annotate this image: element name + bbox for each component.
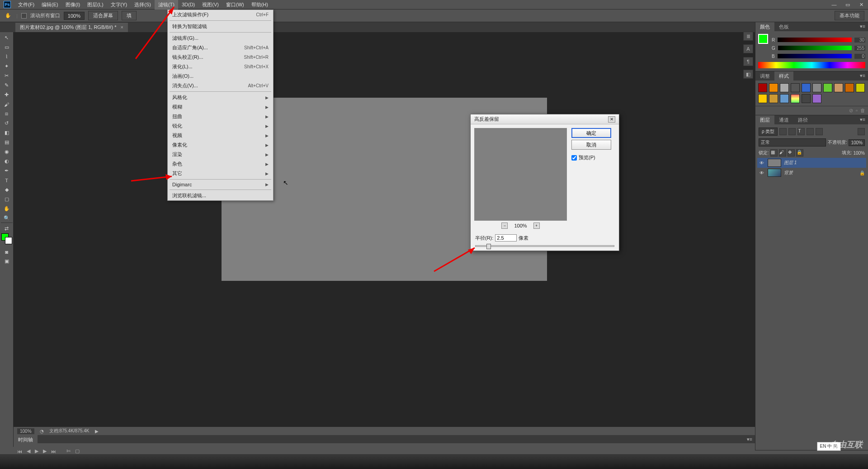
tab-layers[interactable]: 图层 xyxy=(755,115,774,124)
style-swatch[interactable] xyxy=(812,83,821,92)
style-swatch[interactable] xyxy=(812,94,821,103)
dialog-preview[interactable] xyxy=(474,128,567,221)
menu-select[interactable]: 选择(S) xyxy=(131,0,155,9)
menu-window[interactable]: 窗口(W) xyxy=(222,0,248,9)
ok-button[interactable]: 确定 xyxy=(571,128,611,138)
opacity-field[interactable]: 100% xyxy=(849,139,865,146)
filter-shape-icon[interactable] xyxy=(807,128,814,135)
fit-screen-button[interactable]: 适合屏幕 xyxy=(88,11,118,20)
menu-browse-online[interactable]: 浏览联机滤镜... xyxy=(168,191,273,200)
menu-pixelate[interactable]: 像素化▶ xyxy=(168,140,273,150)
menu-view[interactable]: 视图(V) xyxy=(198,0,222,9)
doc-info-arrow-icon[interactable]: ▶ xyxy=(95,429,99,434)
panel-menu-icon[interactable]: ▾≡ xyxy=(857,115,868,124)
status-zoom[interactable]: 100% xyxy=(17,428,34,434)
brush-tool-icon[interactable]: 🖌 xyxy=(1,99,13,109)
r-slider[interactable] xyxy=(778,38,852,42)
style-swatch[interactable] xyxy=(758,83,767,92)
menu-convert-smart[interactable]: 转换为智能滤镜 xyxy=(168,22,273,31)
tab-channels[interactable]: 通道 xyxy=(774,115,793,124)
menu-help[interactable]: 帮助(H) xyxy=(248,0,272,9)
background-swatch[interactable] xyxy=(5,237,12,244)
visibility-icon[interactable]: 👁 xyxy=(759,161,765,166)
b-slider[interactable] xyxy=(778,54,852,58)
dodge-tool-icon[interactable]: ◐ xyxy=(1,156,13,166)
style-swatch[interactable] xyxy=(834,83,843,92)
menu-file[interactable]: 文件(F) xyxy=(14,0,38,9)
swap-colors-icon[interactable]: ⇄ xyxy=(1,224,13,233)
screenmode-icon[interactable]: ▣ xyxy=(1,256,13,266)
window-minimize-icon[interactable]: — xyxy=(827,0,841,9)
props-panel-icon[interactable]: ◧ xyxy=(743,70,753,79)
menu-image[interactable]: 图像(I) xyxy=(62,0,84,9)
zoom-in-button[interactable]: + xyxy=(533,223,540,229)
zoom-combo[interactable]: 100% xyxy=(64,12,85,20)
style-swatch[interactable] xyxy=(769,94,778,103)
tab-styles[interactable]: 样式 xyxy=(774,71,793,81)
panel-menu-icon[interactable]: ▾≡ xyxy=(857,71,868,81)
tab-timeline[interactable]: 时间轴 xyxy=(14,435,38,443)
style-swatch[interactable] xyxy=(823,83,832,92)
marquee-tool-icon[interactable]: ▭ xyxy=(1,43,13,52)
menu-adaptive-wide[interactable]: 自适应广角(A)...Shift+Ctrl+A xyxy=(168,43,273,52)
menu-filter-gallery[interactable]: 滤镜库(G)... xyxy=(168,33,273,43)
blend-mode-select[interactable]: 正常 xyxy=(759,138,826,147)
menu-video[interactable]: 视频▶ xyxy=(168,131,273,140)
dialog-titlebar[interactable]: 高反差保留 ✕ xyxy=(471,114,619,124)
blur-tool-icon[interactable]: ◉ xyxy=(1,147,13,156)
style-clear-icon[interactable]: ⊘ xyxy=(849,108,853,114)
canvas-area[interactable] xyxy=(14,32,868,447)
healing-tool-icon[interactable]: ✚ xyxy=(1,90,13,99)
lock-trans-icon[interactable]: ▦ xyxy=(770,149,778,156)
menu-noise[interactable]: 杂色▶ xyxy=(168,159,273,169)
layer-thumbnail[interactable] xyxy=(768,159,781,167)
style-trash-icon[interactable]: 🗑 xyxy=(860,108,865,114)
gradient-tool-icon[interactable]: ▤ xyxy=(1,137,13,147)
move-tool-icon[interactable]: ↖ xyxy=(1,33,13,43)
tl-first-icon[interactable]: ⏮ xyxy=(17,449,22,454)
style-swatch[interactable] xyxy=(845,83,854,92)
filter-toggle[interactable] xyxy=(858,128,865,135)
windows-taskbar[interactable] xyxy=(0,454,868,469)
menu-filter[interactable]: 滤镜(T) xyxy=(155,0,178,9)
dialog-close-icon[interactable]: ✕ xyxy=(608,116,615,123)
panel-menu-icon[interactable]: ▾≡ xyxy=(744,435,755,443)
layer-row-bg[interactable]: 👁 背景 🔒 xyxy=(757,168,866,178)
menu-oil-paint[interactable]: 油画(O)... xyxy=(168,71,273,81)
style-swatch[interactable] xyxy=(758,94,767,103)
filter-pixel-icon[interactable] xyxy=(779,128,787,135)
spectrum-bar[interactable] xyxy=(758,62,865,68)
menu-type[interactable]: 文字(Y) xyxy=(107,0,131,9)
lock-paint-icon[interactable]: 🖌 xyxy=(779,149,786,156)
fill-field[interactable]: 100% xyxy=(853,151,865,156)
hand-tool-icon[interactable]: ✋ xyxy=(1,204,13,213)
color-swatches[interactable] xyxy=(0,233,13,247)
tab-color[interactable]: 颜色 xyxy=(755,22,774,31)
para-panel-icon[interactable]: ¶ xyxy=(743,57,753,66)
path-select-tool-icon[interactable]: ◆ xyxy=(1,185,13,194)
menu-sharpen[interactable]: 锐化▶ xyxy=(168,121,273,131)
lasso-tool-icon[interactable]: ⌇ xyxy=(1,52,13,62)
window-maximize-icon[interactable]: ▭ xyxy=(841,0,854,9)
g-slider[interactable] xyxy=(778,46,852,50)
menu-distort[interactable]: 扭曲▶ xyxy=(168,112,273,121)
type-tool-icon[interactable]: T xyxy=(1,175,13,185)
shape-tool-icon[interactable]: ▢ xyxy=(1,194,13,204)
style-swatch[interactable] xyxy=(802,83,811,92)
eyedropper-tool-icon[interactable]: ✎ xyxy=(1,81,13,90)
stamp-tool-icon[interactable]: ⧇ xyxy=(1,109,13,118)
window-close-icon[interactable]: ✕ xyxy=(854,0,868,9)
doc-info[interactable]: 文档:875.4K/875.4K xyxy=(49,428,90,434)
style-swatch[interactable] xyxy=(780,94,789,103)
char-panel-icon[interactable]: A xyxy=(743,44,753,53)
menu-last-filter[interactable]: 上次滤镜操作(F)Ctrl+F xyxy=(168,10,273,19)
style-swatch[interactable] xyxy=(780,83,789,92)
tab-close-icon[interactable]: × xyxy=(121,24,123,30)
layer-filter-kind[interactable]: ρ 类型 xyxy=(759,128,778,136)
style-swatch[interactable] xyxy=(791,94,800,103)
slider-thumb[interactable] xyxy=(486,244,491,249)
lock-move-icon[interactable]: ✥ xyxy=(788,149,795,156)
menu-layer[interactable]: 图层(L) xyxy=(84,0,107,9)
scroll-all-checkbox[interactable] xyxy=(21,13,27,19)
menu-render[interactable]: 渲染▶ xyxy=(168,150,273,159)
